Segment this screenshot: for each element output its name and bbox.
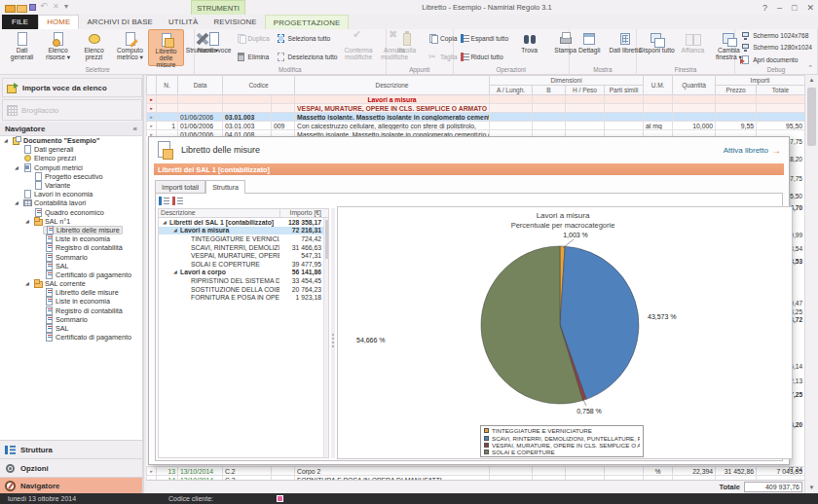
navigator-tree-item[interactable]: Sommario: [0, 315, 142, 324]
ribbon-button[interactable]: Schermo 1280x1024: [737, 42, 815, 54]
quick-access-icon[interactable]: [52, 3, 60, 12]
table-row[interactable]: ▸ 13 13/10/2014 C.2 Corpo 2 % 22,394 31 …: [147, 467, 805, 476]
navigator-tree-item[interactable]: Liste in economia: [0, 297, 142, 306]
structure-tree-row[interactable]: Lavori a misura 72 216,31: [159, 227, 328, 235]
navigator-tree-item[interactable]: Contabilità lavori: [0, 198, 142, 207]
navigator-tree-item[interactable]: Libretto delle misure: [0, 288, 142, 297]
ribbon-tab[interactable]: HOME: [38, 15, 79, 29]
scrollbar-thumb[interactable]: [807, 88, 816, 146]
structure-tree-row[interactable]: SCAVI, RINTERRI, DEMOLIZIONI, PU 31 466,…: [159, 243, 328, 252]
ribbon-button[interactable]: Espandi tutto: [456, 29, 512, 48]
panel-switch-button[interactable]: Opzioni: [0, 458, 142, 477]
table-row-subcategory[interactable]: ▸ VESPAI, MURATURE, OPERE IN CLS. SEMPLI…: [147, 104, 805, 113]
structure-tree-row[interactable]: Libretti del SAL 1 [contabilizzato] 128 …: [159, 218, 328, 227]
navigator-tree-item[interactable]: Certificato di pagamento: [0, 333, 142, 342]
col-header-quantita[interactable]: Quantità: [673, 76, 716, 95]
expand-all-icon[interactable]: [159, 196, 169, 206]
status-notification-icon[interactable]: [277, 495, 283, 502]
minimize-button[interactable]: –: [777, 3, 782, 13]
ribbon-button[interactable]: Elenco risorse ▾: [40, 29, 76, 66]
structure-tree-row[interactable]: TINTEGGIATURE E VERNICIATURE 724,42: [159, 234, 328, 243]
navigator-tree-item[interactable]: Registro di contabilità: [0, 243, 142, 252]
col-header-descrizione[interactable]: Descrizione: [295, 76, 490, 95]
restore-button[interactable]: □: [792, 3, 797, 13]
scroll-up-arrow[interactable]: ▲: [805, 75, 818, 86]
table-row[interactable]: ▸ 1 01/06/2006 03.01.003 009 Con calcest…: [147, 122, 805, 130]
scroll-down-arrow[interactable]: ▼: [805, 483, 818, 493]
close-button[interactable]: ✕: [806, 3, 814, 13]
tree-expander-icon[interactable]: [25, 279, 32, 288]
vertical-scrollbar[interactable]: ▲ ▼: [804, 75, 818, 493]
ribbon-tab[interactable]: UTILITÀ: [161, 15, 205, 29]
table-row-selected[interactable]: ▸ 01/06/2006 03.01.003 Massetto isolante…: [147, 113, 805, 122]
ribbon-button[interactable]: Schermo 1024x768: [737, 29, 815, 42]
ribbon-button[interactable]: Deseleziona tutto: [273, 48, 341, 66]
col-header-dimensioni[interactable]: Dimensioni: [490, 76, 644, 86]
navigator-tree-item[interactable]: Computi metrici: [0, 163, 142, 172]
tree-expander-icon[interactable]: [15, 198, 21, 207]
structure-tree-row[interactable]: Lavori a corpo 56 141,86: [159, 269, 328, 277]
ribbon-button[interactable]: Computo metrico ▾: [112, 29, 148, 66]
ribbon-button[interactable]: Affianca: [675, 29, 711, 66]
ribbon-tab[interactable]: PROGETTAZIONE: [265, 15, 350, 29]
splitter-handle[interactable]: [331, 208, 335, 458]
libretto-tab[interactable]: Struttura: [205, 180, 245, 194]
collapse-all-icon[interactable]: [172, 196, 183, 206]
navigator-tree-item[interactable]: Certificato di pagamento: [0, 270, 142, 279]
tree-expander-icon[interactable]: [4, 136, 11, 145]
ribbon-button[interactable]: Elenco prezzi: [76, 29, 112, 66]
col-header-totale[interactable]: Totale: [757, 86, 805, 95]
tree-expander-icon[interactable]: [173, 268, 180, 276]
ribbon-button[interactable]: Dati generali: [4, 29, 40, 66]
panel-switch-button[interactable]: Navigatore: [0, 477, 142, 493]
import-from-list-button[interactable]: Importa voce da elenco: [2, 78, 142, 97]
ribbon-button[interactable]: Duplica: [233, 29, 273, 48]
quick-access-icon[interactable]: [63, 3, 72, 12]
col-header-prezzo[interactable]: Prezzo: [716, 86, 757, 95]
col-header-n[interactable]: N.: [157, 76, 178, 95]
quick-access-icon[interactable]: [17, 3, 25, 12]
structure-tree-row[interactable]: RIPRISTINO DEL SISTEMA DI APERTI. 33 454…: [159, 276, 328, 285]
ribbon-button[interactable]: Trova: [511, 29, 547, 66]
tree-col-importo[interactable]: Importo [€]: [279, 209, 328, 217]
ribbon-button[interactable]: Taglia: [425, 48, 460, 66]
ribbon-button[interactable]: Seleziona tutto: [273, 29, 341, 48]
help-button[interactable]: ?: [762, 3, 767, 13]
col-header-um[interactable]: U.M.: [644, 76, 673, 95]
tree-expander-icon[interactable]: [15, 163, 21, 172]
navigator-tree-item[interactable]: Documento "Esempio": [0, 136, 142, 145]
structure-tree-row[interactable]: FORNITURA E POSA IN OPERA DI MA 1 923,18: [159, 293, 328, 302]
navigator-tree-item[interactable]: Libretto delle misure: [0, 226, 142, 234]
navigator-tree-item[interactable]: Elenco prezzi: [0, 154, 142, 162]
col-header-b[interactable]: B: [533, 86, 566, 95]
libretto-tab[interactable]: Importi totali: [155, 180, 205, 193]
quick-access-icon[interactable]: [5, 3, 14, 12]
tree-expander-icon[interactable]: [25, 217, 32, 226]
structure-tree-row[interactable]: VESPAI, MURATURE, OPERE IN CLS. 547,31: [159, 251, 328, 260]
navigator-tree-item[interactable]: Lavori in economia: [0, 190, 142, 198]
ribbon-button[interactable]: Dettagli: [572, 29, 608, 66]
table-row-category[interactable]: ▸ Lavori a misura: [147, 95, 805, 104]
col-header-importi[interactable]: Importi: [716, 76, 805, 86]
ribbon-button[interactable]: Apri documento: [737, 54, 815, 66]
quick-access-icon[interactable]: [28, 3, 37, 12]
ribbon-tab[interactable]: ARCHIVI DI BASE: [79, 15, 161, 29]
col-header-h-peso[interactable]: H / Peso: [566, 86, 605, 95]
navigator-tree-item[interactable]: SAL n°1: [0, 217, 142, 226]
activate-libretto-link[interactable]: Attiva libretto →: [724, 145, 781, 156]
collapse-panel-icon[interactable]: «: [133, 125, 137, 133]
navigator-tree-item[interactable]: Quadro economico: [0, 208, 142, 217]
structure-tree-row[interactable]: SOLAI E COPERTURE 39 477,95: [159, 260, 328, 269]
ribbon-button[interactable]: Conferma modifiche: [341, 29, 377, 66]
structure-tree-row[interactable]: SOSTITUZIONE DELLA COIBENTAZIO 20 764,23: [159, 285, 328, 294]
ribbon-button[interactable]: Libretto delle misure: [148, 29, 184, 66]
col-header-codice[interactable]: Codice: [223, 76, 295, 95]
col-header-a-lungh[interactable]: A / Lungh.: [490, 86, 533, 95]
quick-access-icon[interactable]: [40, 3, 49, 12]
ribbon-button[interactable]: Elimina: [233, 48, 273, 66]
tree-expander-icon[interactable]: [173, 226, 180, 234]
navigator-tree-item[interactable]: Sommario: [0, 252, 142, 261]
navigator-tree-item[interactable]: SAL corrente: [0, 279, 142, 288]
tree-scrollbar[interactable]: [323, 218, 328, 457]
navigator-tree-item[interactable]: Liste in economia: [0, 234, 142, 243]
